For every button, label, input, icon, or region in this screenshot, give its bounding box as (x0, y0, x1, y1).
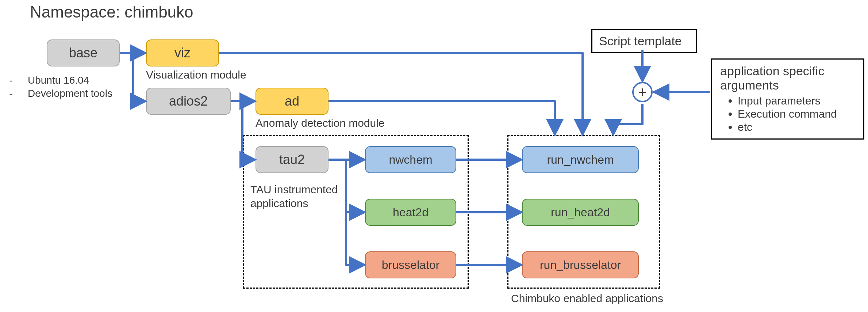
node-run-brusselator-label: run_brusselator (540, 258, 621, 272)
node-run-heat2d-label: run_heat2d (551, 206, 610, 219)
node-ad: ad (256, 88, 329, 115)
plus-symbol: + (638, 84, 646, 100)
node-heat2d: heat2d (365, 199, 456, 226)
box-args-item-0: Input parameters (738, 95, 855, 107)
node-nwchem: nwchem (365, 146, 456, 173)
node-nwchem-label: nwchem (389, 153, 432, 167)
node-adios2: adios2 (146, 88, 231, 115)
box-script-template: Script template (591, 29, 697, 53)
node-brusselator: brusselator (365, 251, 456, 278)
group-chimbuko-apps-label: Chimbuko enabled applications (511, 292, 663, 305)
box-args-title: application specific arguments (720, 64, 855, 92)
box-args-item-1: Execution command (738, 108, 855, 120)
node-base: base (47, 39, 120, 66)
side-note-0: Ubuntu 16.04 (28, 75, 89, 86)
side-note-1: Development tools (28, 88, 112, 99)
node-heat2d-label: heat2d (393, 206, 429, 219)
node-run-heat2d: run_heat2d (522, 199, 639, 226)
node-run-brusselator: run_brusselator (522, 251, 639, 278)
group-tau-apps-label: TAU instrumented applications (250, 183, 367, 210)
box-args: application specific arguments Input par… (711, 58, 864, 140)
page-title: Namespace: chimbuko (30, 3, 193, 21)
caption-viz: Visualization module (146, 69, 246, 81)
node-run-nwchem: run_nwchem (522, 146, 639, 173)
node-viz: viz (146, 39, 219, 66)
caption-ad: Anomaly detection module (256, 117, 385, 129)
node-brusselator-label: brusselator (382, 258, 439, 272)
node-base-label: base (69, 45, 97, 61)
plus-junction: + (632, 82, 653, 102)
side-notes: -Ubuntu 16.04 -Development tools (8, 73, 112, 101)
box-args-item-2: etc (738, 121, 855, 133)
box-script-template-label: Script template (599, 34, 682, 48)
node-viz-label: viz (174, 45, 191, 61)
node-ad-label: ad (285, 94, 299, 109)
node-adios2-label: adios2 (169, 94, 208, 109)
node-run-nwchem-label: run_nwchem (547, 153, 614, 167)
